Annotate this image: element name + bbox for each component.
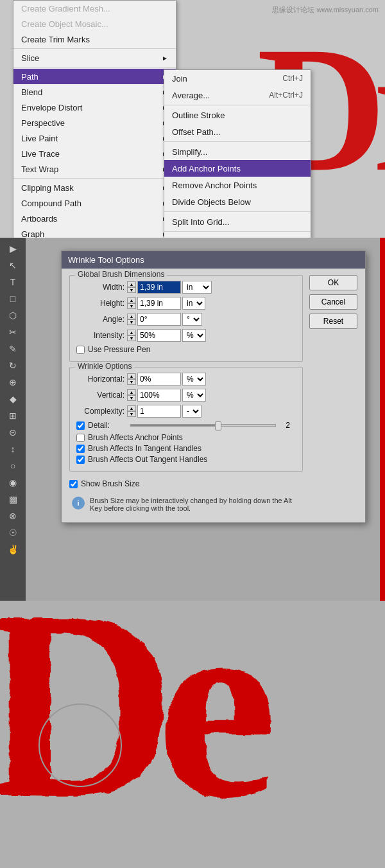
vertical-input[interactable] <box>137 389 181 402</box>
submenu-item-add-anchor[interactable]: Add Anchor Points <box>164 160 311 177</box>
height-spinner[interactable]: ▲ ▼ <box>127 297 136 309</box>
submenu-divider-1 <box>164 105 311 105</box>
detail-label: Detail: <box>88 421 110 430</box>
menu-item-slice[interactable]: Slice ► <box>13 50 176 66</box>
submenu-item-remove-anchor[interactable]: Remove Anchor Points <box>164 177 311 193</box>
detail-checkbox[interactable] <box>76 421 85 430</box>
width-spinner[interactable]: ▲ ▼ <box>127 281 136 293</box>
tool-rotate[interactable]: ↻ <box>5 358 21 373</box>
tool-blend[interactable]: ⊞ <box>5 408 21 423</box>
menu-item-create-trim[interactable]: Create Trim Marks <box>13 31 176 47</box>
tool-graph[interactable]: ▩ <box>5 492 21 507</box>
submenu-item-average[interactable]: Average... Alt+Ctrl+J <box>164 87 311 103</box>
submenu-item-label: Simplify... <box>172 147 207 157</box>
tool-warp[interactable]: ⊗ <box>5 508 21 524</box>
menu-item-envelope[interactable]: Envelope Distort ► <box>13 100 176 115</box>
menu-item-compound-path[interactable]: Compound Path ► <box>13 195 176 211</box>
tool-text[interactable]: T <box>5 274 21 290</box>
horizontal-increment[interactable]: ▲ <box>127 373 136 379</box>
menu-item-live-trace[interactable]: Live Trace ► <box>13 146 176 161</box>
tool-hand[interactable]: ✌ <box>5 542 21 557</box>
submenu-item-label: Average... <box>172 91 210 100</box>
complexity-increment[interactable]: ▲ <box>127 405 136 411</box>
intensity-increment[interactable]: ▲ <box>127 330 136 335</box>
vertical-spinner[interactable]: ▲ ▼ <box>127 389 136 401</box>
tool-pen[interactable]: ✎ <box>5 341 21 357</box>
submenu-item-clean-up[interactable]: Clean Up... <box>164 233 311 238</box>
angle-unit-select[interactable]: ° <box>182 313 202 326</box>
horizontal-input[interactable] <box>137 373 181 385</box>
tool-scissors[interactable]: ✂ <box>5 324 21 340</box>
intensity-unit-select[interactable]: % <box>182 329 206 342</box>
vertical-input-group: ▲ ▼ % <box>127 389 206 402</box>
tool-direct-select[interactable]: ↖ <box>5 258 21 273</box>
angle-input[interactable] <box>137 313 181 326</box>
submenu-item-join[interactable]: Join Ctrl+J <box>164 70 311 87</box>
width-decrement[interactable]: ▼ <box>127 287 136 293</box>
width-input[interactable] <box>137 281 181 294</box>
submenu-item-label: Offset Path... <box>172 127 221 137</box>
brush-in-checkbox[interactable] <box>76 445 85 453</box>
height-increment[interactable]: ▲ <box>127 297 136 303</box>
tool-polygon[interactable]: ⬡ <box>5 308 21 323</box>
brush-anchor-checkbox[interactable] <box>76 434 85 442</box>
intensity-decrement[interactable]: ▼ <box>127 335 136 341</box>
angle-label: Angle: <box>76 315 124 324</box>
detail-slider-track[interactable] <box>130 424 276 427</box>
menu-item-blend[interactable]: Blend ► <box>13 84 176 100</box>
ok-button[interactable]: OK <box>309 275 357 290</box>
submenu-item-offset-path[interactable]: Offset Path... <box>164 123 311 140</box>
tool-mesh[interactable]: ⊝ <box>5 425 21 440</box>
tool-gradient[interactable]: ↕ <box>5 441 21 457</box>
menu-item-perspective[interactable]: Perspective ► <box>13 115 176 130</box>
width-increment[interactable]: ▲ <box>127 281 136 287</box>
submenu-item-split-grid[interactable]: Split Into Grid... <box>164 213 311 230</box>
menu-item-artboards[interactable]: Artboards ► <box>13 211 176 226</box>
complexity-decrement[interactable]: ▼ <box>127 411 136 417</box>
tool-symbolism[interactable]: ☉ <box>5 525 21 540</box>
complexity-unit-select[interactable]: - <box>182 405 201 418</box>
menu-item-text-wrap[interactable]: Text Wrap ► <box>13 161 176 177</box>
submenu-item-outline-stroke[interactable]: Outline Stroke <box>164 107 311 123</box>
use-pressure-checkbox[interactable] <box>76 346 85 354</box>
cancel-button[interactable]: Cancel <box>309 294 357 310</box>
submenu-item-simplify[interactable]: Simplify... <box>164 143 311 160</box>
vertical-increment[interactable]: ▲ <box>127 389 136 395</box>
menu-item-live-paint[interactable]: Live Paint ► <box>13 130 176 146</box>
menu-item-path[interactable]: Path ► <box>13 69 176 84</box>
reset-button[interactable]: Reset <box>309 314 357 329</box>
tool-zoom-in[interactable]: ⊕ <box>5 375 21 390</box>
show-brush-size-checkbox[interactable] <box>69 480 78 488</box>
intensity-input[interactable] <box>137 329 181 342</box>
horizontal-decrement[interactable]: ▼ <box>127 379 136 385</box>
angle-increment[interactable]: ▲ <box>127 314 136 319</box>
height-input[interactable] <box>137 297 181 310</box>
menu-item-create-gradient[interactable]: Create Gradient Mesh... <box>13 1 176 16</box>
tool-select[interactable]: ▶ <box>5 241 21 256</box>
height-unit-select[interactable]: in <box>182 297 205 310</box>
tool-paintbucket[interactable]: ◉ <box>5 475 21 490</box>
brush-out-checkbox[interactable] <box>76 456 85 464</box>
angle-spinner[interactable]: ▲ ▼ <box>127 314 136 325</box>
vertical-decrement[interactable]: ▼ <box>127 395 136 401</box>
complexity-input[interactable] <box>137 405 181 418</box>
tool-rectangle[interactable]: □ <box>5 291 21 306</box>
detail-slider-thumb[interactable] <box>215 421 221 430</box>
dialog-section: ▶ ↖ T □ ⬡ ✂ ✎ ↻ ⊕ ◆ ⊞ ⊝ ↕ ○ ◉ ▩ ⊗ ☉ ✌ Wr… <box>0 238 385 601</box>
horizontal-unit-select[interactable]: % <box>182 373 206 385</box>
height-decrement[interactable]: ▼ <box>127 303 136 309</box>
tool-transform[interactable]: ◆ <box>5 391 21 407</box>
width-unit-select[interactable]: in cm mm px <box>182 281 212 294</box>
angle-decrement[interactable]: ▼ <box>127 319 136 325</box>
submenu-item-divide-objects[interactable]: Divide Objects Below <box>164 193 311 210</box>
intensity-spinner[interactable]: ▲ ▼ <box>127 330 136 341</box>
tool-eyedropper[interactable]: ○ <box>5 458 21 474</box>
vertical-unit-select[interactable]: % <box>182 389 206 402</box>
horizontal-spinner[interactable]: ▲ ▼ <box>127 373 136 385</box>
primary-menu: Create Gradient Mesh... Create Object Mo… <box>13 0 176 238</box>
menu-item-create-mosaic[interactable]: Create Object Mosaic... <box>13 16 176 31</box>
menu-item-graph[interactable]: Graph ► <box>13 226 176 238</box>
menu-item-clipping-mask[interactable]: Clipping Mask ► <box>13 180 176 195</box>
tools-panel: ▶ ↖ T □ ⬡ ✂ ✎ ↻ ⊕ ◆ ⊞ ⊝ ↕ ○ ◉ ▩ ⊗ ☉ ✌ <box>0 238 26 601</box>
complexity-spinner[interactable]: ▲ ▼ <box>127 405 136 417</box>
